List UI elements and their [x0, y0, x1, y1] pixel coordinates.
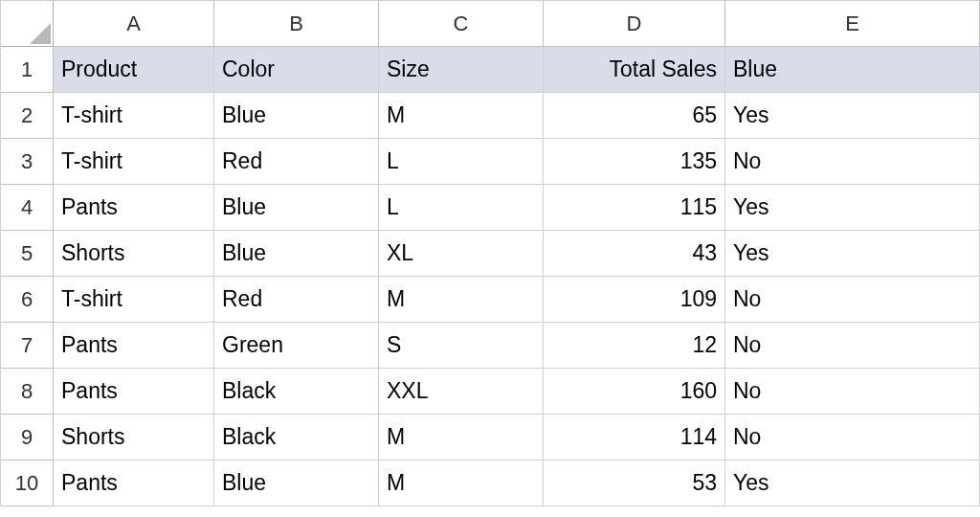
cell-D2[interactable]: 65	[544, 93, 725, 139]
cell-B5[interactable]: Blue	[214, 231, 379, 277]
row-header-7[interactable]: 7	[1, 323, 54, 369]
cell-A1[interactable]: Product	[54, 47, 214, 93]
spreadsheet-grid: A B C D E 1 Product Color Size Total Sal…	[0, 0, 980, 506]
cell-A3[interactable]: T-shirt	[54, 139, 214, 185]
cell-B7[interactable]: Green	[214, 323, 379, 369]
cell-E8[interactable]: No	[725, 369, 980, 415]
cell-B4[interactable]: Blue	[214, 185, 379, 231]
col-header-C[interactable]: C	[379, 1, 544, 47]
cell-D9[interactable]: 114	[544, 415, 725, 461]
cell-E2[interactable]: Yes	[725, 93, 980, 139]
cell-C8[interactable]: XXL	[379, 369, 544, 415]
row-header-2[interactable]: 2	[1, 93, 54, 139]
cell-C6[interactable]: M	[379, 277, 544, 323]
row-header-6[interactable]: 6	[1, 277, 54, 323]
cell-E9[interactable]: No	[725, 415, 980, 461]
cell-E7[interactable]: No	[725, 323, 980, 369]
cell-C9[interactable]: M	[379, 415, 544, 461]
cell-D4[interactable]: 115	[544, 185, 725, 231]
cell-C5[interactable]: XL	[379, 231, 544, 277]
cell-C7[interactable]: S	[379, 323, 544, 369]
cell-A6[interactable]: T-shirt	[54, 277, 214, 323]
cell-A2[interactable]: T-shirt	[54, 93, 214, 139]
cell-E10[interactable]: Yes	[725, 461, 980, 506]
row-header-3[interactable]: 3	[1, 139, 54, 185]
cell-E1[interactable]: Blue	[725, 47, 980, 93]
cell-D6[interactable]: 109	[544, 277, 725, 323]
cell-C3[interactable]: L	[379, 139, 544, 185]
cell-E5[interactable]: Yes	[725, 231, 980, 277]
cell-B9[interactable]: Black	[214, 415, 379, 461]
col-header-E[interactable]: E	[725, 1, 980, 47]
cell-A5[interactable]: Shorts	[54, 231, 214, 277]
cell-D5[interactable]: 43	[544, 231, 725, 277]
cell-C2[interactable]: M	[379, 93, 544, 139]
cell-D10[interactable]: 53	[544, 461, 725, 506]
cell-E4[interactable]: Yes	[725, 185, 980, 231]
row-header-8[interactable]: 8	[1, 369, 54, 415]
cell-A10[interactable]: Pants	[54, 461, 214, 506]
cell-D7[interactable]: 12	[544, 323, 725, 369]
col-header-A[interactable]: A	[54, 1, 214, 47]
row-header-4[interactable]: 4	[1, 185, 54, 231]
cell-A4[interactable]: Pants	[54, 185, 214, 231]
cell-A8[interactable]: Pants	[54, 369, 214, 415]
cell-A9[interactable]: Shorts	[54, 415, 214, 461]
col-header-B[interactable]: B	[214, 1, 379, 47]
row-header-5[interactable]: 5	[1, 231, 54, 277]
cell-C1[interactable]: Size	[379, 47, 544, 93]
cell-C10[interactable]: M	[379, 461, 544, 506]
cell-D8[interactable]: 160	[544, 369, 725, 415]
cell-A7[interactable]: Pants	[54, 323, 214, 369]
cell-B2[interactable]: Blue	[214, 93, 379, 139]
select-all-corner[interactable]	[1, 1, 54, 47]
cell-C4[interactable]: L	[379, 185, 544, 231]
row-header-10[interactable]: 10	[1, 461, 54, 506]
cell-B6[interactable]: Red	[214, 277, 379, 323]
col-header-D[interactable]: D	[544, 1, 725, 47]
row-header-1[interactable]: 1	[1, 47, 54, 93]
row-header-9[interactable]: 9	[1, 415, 54, 461]
cell-D1[interactable]: Total Sales	[544, 47, 725, 93]
cell-E6[interactable]: No	[725, 277, 980, 323]
cell-B8[interactable]: Black	[214, 369, 379, 415]
cell-B1[interactable]: Color	[214, 47, 379, 93]
cell-E3[interactable]: No	[725, 139, 980, 185]
cell-D3[interactable]: 135	[544, 139, 725, 185]
cell-B10[interactable]: Blue	[214, 461, 379, 506]
cell-B3[interactable]: Red	[214, 139, 379, 185]
